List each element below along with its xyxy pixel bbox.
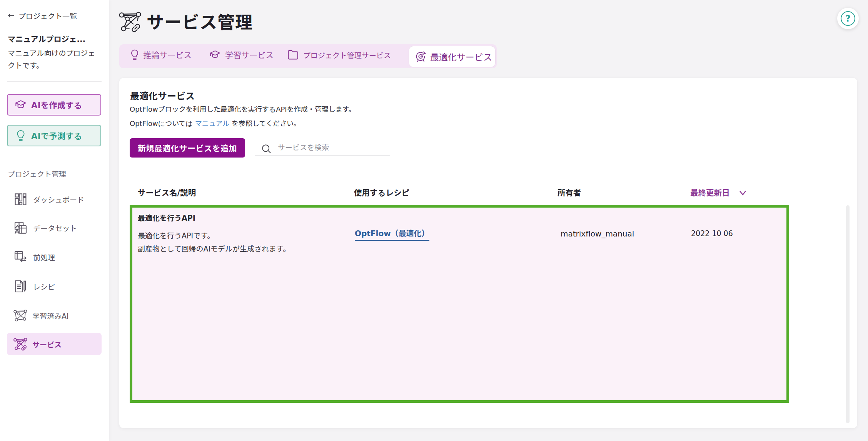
svg-text:?: ? <box>845 13 850 23</box>
